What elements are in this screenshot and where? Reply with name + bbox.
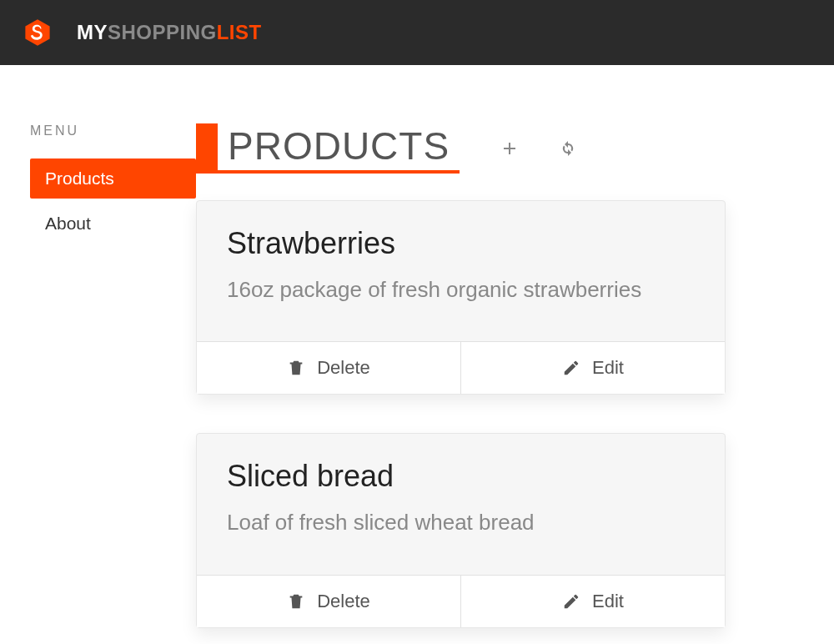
delete-button[interactable]: Delete [197, 576, 460, 627]
product-card: Sliced bread Loaf of fresh sliced wheat … [196, 433, 726, 627]
title-actions [500, 138, 578, 158]
main-content: PRODUCTS Strawberries 16oz package of fr… [196, 123, 834, 644]
delete-label: Delete [317, 357, 370, 379]
edit-button[interactable]: Edit [460, 576, 725, 627]
product-card-actions: Delete Edit [197, 341, 725, 394]
sidebar-item-products[interactable]: Products [30, 158, 196, 199]
edit-icon [562, 359, 580, 377]
title-block: PRODUCTS [196, 123, 460, 174]
menu-heading: MENU [30, 123, 196, 138]
product-name: Sliced bread [227, 459, 695, 494]
product-card-actions: Delete Edit [197, 575, 725, 627]
edit-icon [562, 592, 580, 611]
title-accent [196, 123, 218, 174]
refresh-icon [558, 138, 578, 158]
product-name: Strawberries [227, 226, 695, 261]
sidebar: MENU Products About [0, 123, 196, 644]
trash-icon [287, 359, 305, 377]
product-card: Strawberries 16oz package of fresh organ… [196, 200, 726, 395]
page-title: PRODUCTS [218, 123, 460, 174]
sidebar-item-label: About [45, 214, 91, 233]
plus-icon [500, 138, 520, 158]
trash-icon [287, 592, 305, 611]
refresh-button[interactable] [558, 138, 578, 158]
edit-label: Edit [592, 591, 624, 612]
edit-label: Edit [592, 357, 624, 379]
product-description: 16oz package of fresh organic strawberri… [227, 273, 695, 306]
product-card-body: Strawberries 16oz package of fresh organ… [197, 201, 725, 341]
product-card-body: Sliced bread Loaf of fresh sliced wheat … [197, 434, 725, 574]
delete-label: Delete [317, 591, 370, 612]
app-header: MYSHOPPINGLIST [0, 0, 834, 65]
title-row: PRODUCTS [196, 123, 726, 174]
add-product-button[interactable] [500, 138, 520, 158]
brand-title: MYSHOPPINGLIST [77, 21, 262, 44]
delete-button[interactable]: Delete [197, 342, 460, 394]
sidebar-item-about[interactable]: About [30, 204, 196, 244]
app-logo [23, 18, 52, 47]
sidebar-item-label: Products [45, 169, 114, 188]
edit-button[interactable]: Edit [460, 342, 725, 394]
product-description: Loaf of fresh sliced wheat bread [227, 506, 695, 539]
